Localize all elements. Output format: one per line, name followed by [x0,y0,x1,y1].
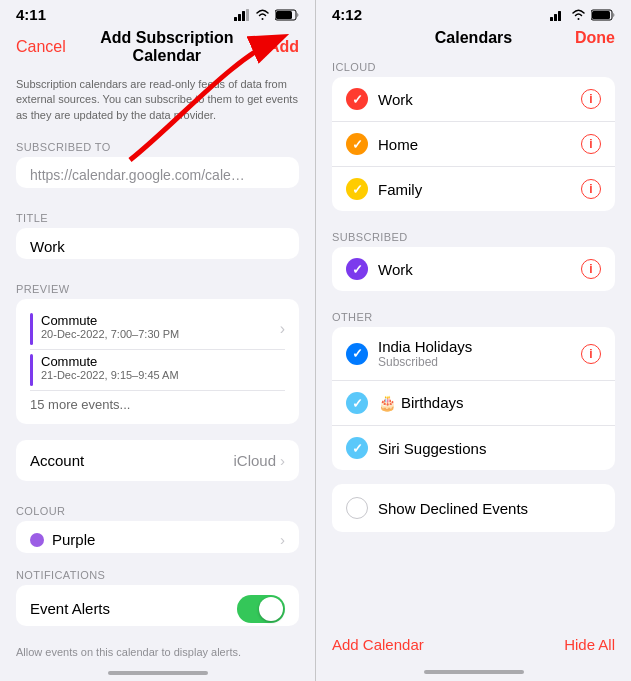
notifications-label: NOTIFICATIONS [0,569,315,585]
subscribed-url-value: https://calendar.google.com/calendar/ica… [30,167,250,183]
preview-title-1: Commute [41,313,179,328]
account-label: Account [30,452,84,469]
status-bar-left: 4:11 [0,0,315,25]
subscribed-to-label: SUBSCRIBED TO [0,133,315,157]
status-icons-left [234,9,299,21]
check-icon-sub-work: ✓ [352,262,363,277]
hide-all-button[interactable]: Hide All [564,636,615,653]
india-holidays-row[interactable]: ✓ India Holidays Subscribed i [332,327,615,381]
chevron-right-icon: › [280,452,285,469]
page-title-right: Calendars [435,29,512,47]
india-name-group: India Holidays Subscribed [378,338,571,369]
subscribed-calendars-group: ✓ Work i [332,247,615,291]
account-value: iCloud › [233,452,285,469]
birthdays-check-blue: ✓ [346,392,368,414]
status-time-left: 4:11 [16,6,46,23]
svg-rect-3 [246,9,249,21]
wifi-icon [255,9,270,20]
colour-field: Purple › [16,521,299,553]
title-value-row[interactable]: Work [16,228,299,260]
check-icon-birthdays: ✓ [352,396,363,411]
home-indicator-right [316,663,631,681]
chevron-right-colour: › [280,531,285,548]
icloud-work-row[interactable]: ✓ Work i [332,77,615,122]
bottom-actions: Add Calendar Hide All [316,626,631,663]
subscribed-to-field: https://calendar.google.com/calendar/ica… [16,157,299,188]
nav-bar-left: Cancel Add Subscription Calendar Add [0,25,315,73]
notifications-field: Event Alerts [16,585,299,626]
other-calendars-group: ✓ India Holidays Subscribed i ✓ 🎂Birthda… [332,327,615,470]
event-alerts-toggle[interactable] [237,595,285,623]
preview-chevron-1: › [280,320,285,338]
preview-bar-1 [30,313,33,345]
done-button[interactable]: Done [575,29,615,47]
declined-circle-icon [346,497,368,519]
icloud-calendars-group: ✓ Work i ✓ Home i ✓ Family i [332,77,615,211]
icloud-section-label: ICLOUD [316,55,631,77]
family-check-yellow: ✓ [346,178,368,200]
icloud-family-badge[interactable]: i [581,179,601,199]
check-icon-siri: ✓ [352,441,363,456]
svg-rect-6 [550,17,553,21]
show-declined-row[interactable]: Show Declined Events [332,484,615,532]
add-button[interactable]: Add [268,38,299,56]
work-check-red: ✓ [346,88,368,110]
preview-content-1: Commute 20-Dec-2022, 7:00–7:30 PM [41,313,179,340]
nav-bar-right: Calendars Done [316,25,631,55]
other-section-label: OTHER [316,305,631,327]
home-check-orange: ✓ [346,133,368,155]
wifi-icon-right [571,9,586,20]
preview-title-2: Commute [41,354,179,369]
india-holidays-badge[interactable]: i [581,344,601,364]
icloud-home-name: Home [378,136,571,153]
title-section-label: TITLE [0,204,315,228]
show-declined-label: Show Declined Events [378,500,528,517]
svg-rect-5 [276,11,292,19]
india-holidays-sub: Subscribed [378,355,571,369]
siri-suggestions-row[interactable]: ✓ Siri Suggestions [332,426,615,470]
icloud-family-row[interactable]: ✓ Family i [332,167,615,211]
title-value: Work [30,238,65,255]
title-field: Work [16,228,299,260]
home-bar-left [108,671,208,675]
check-icon-work: ✓ [352,92,363,107]
check-icon-home: ✓ [352,137,363,152]
svg-rect-10 [592,11,610,19]
colour-row[interactable]: Purple › [16,521,299,553]
preview-date-1: 20-Dec-2022, 7:00–7:30 PM [41,328,179,340]
event-alerts-row[interactable]: Event Alerts [16,585,299,626]
signal-icon [234,9,250,21]
subscribed-work-row[interactable]: ✓ Work i [332,247,615,291]
preview-item-2: Commute 21-Dec-2022, 9:15–9:45 AM [30,350,285,391]
cancel-button[interactable]: Cancel [16,38,66,56]
preview-label: PREVIEW [0,275,315,299]
siri-suggestions-name: Siri Suggestions [378,440,601,457]
right-screen: 4:12 Calendars Done ICLOUD [316,0,631,681]
icloud-home-row[interactable]: ✓ Home i [332,122,615,167]
siri-check-blue: ✓ [346,437,368,459]
battery-icon [275,9,299,21]
subscribed-section-label: SUBSCRIBED [316,225,631,247]
svg-rect-2 [242,11,245,21]
add-calendar-button[interactable]: Add Calendar [332,636,424,653]
icloud-family-name: Family [378,181,571,198]
status-icons-right [550,9,615,21]
color-dot-purple [30,533,44,547]
birthday-icon: 🎂 [378,394,397,411]
left-screen: 4:11 Cancel Add Sub [0,0,316,681]
india-holidays-name: India Holidays [378,338,571,355]
svg-rect-1 [238,14,241,21]
preview-bar-2 [30,354,33,386]
battery-icon-right [591,9,615,21]
svg-rect-8 [558,11,561,21]
birthdays-name: 🎂Birthdays [378,394,601,412]
birthdays-row[interactable]: ✓ 🎂Birthdays [332,381,615,426]
icloud-work-badge[interactable]: i [581,89,601,109]
subscribed-work-badge[interactable]: i [581,259,601,279]
icloud-home-badge[interactable]: i [581,134,601,154]
status-time-right: 4:12 [332,6,362,23]
status-bar-right: 4:12 [316,0,631,25]
account-row[interactable]: Account iCloud › [16,440,299,481]
check-icon-india: ✓ [352,346,363,361]
signal-icon-right [550,9,566,21]
